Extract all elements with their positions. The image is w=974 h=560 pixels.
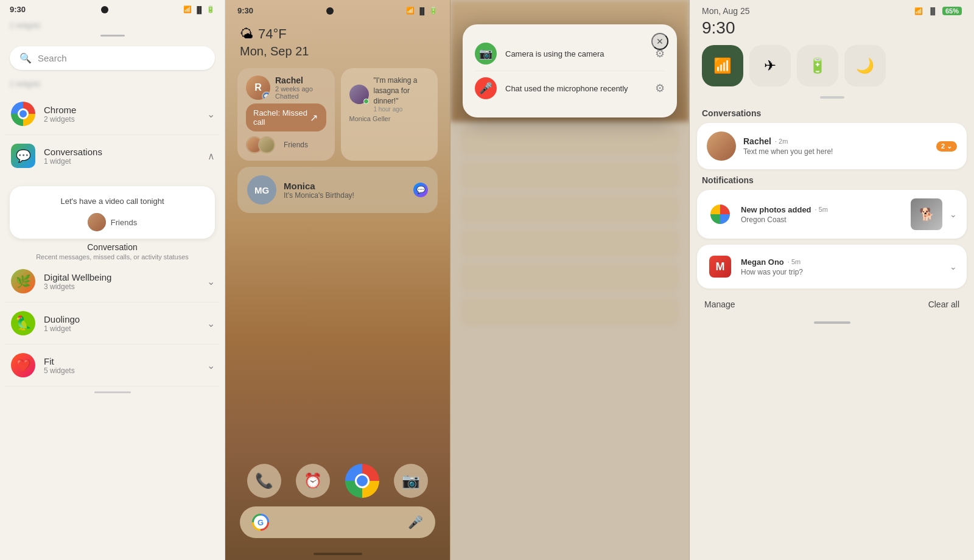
home-content: 9:30 📶 ▐▌ 🔋 🌤 74°F Mon, Sep 21 R xyxy=(225,0,450,560)
conv-group-name: Friends xyxy=(111,218,137,227)
chrome-chevron[interactable]: ⌄ xyxy=(207,108,215,120)
camera-privacy-text: Camera is using the camera xyxy=(505,49,646,58)
qs-wifi-button[interactable]: 📶 xyxy=(702,45,743,86)
duolingo-name: Duolingo xyxy=(44,314,207,324)
photos-expand-icon[interactable]: ⌄ xyxy=(950,209,957,219)
app-row-chrome[interactable]: Chrome 2 widgets ⌄ xyxy=(5,93,220,135)
lasagna-header: "I'm making a lasagna for dinner!" 1 hou… xyxy=(349,75,430,113)
monica-name: Monica xyxy=(284,181,406,191)
duolingo-chevron[interactable]: ⌄ xyxy=(207,318,215,329)
home-indicator xyxy=(314,553,362,555)
privacy-camera-row: 📷 Camera is using the camera ⚙ xyxy=(475,37,665,71)
weather-icon: 🌤 xyxy=(240,26,253,42)
clock-dock-icon[interactable]: ⏰ xyxy=(296,464,330,498)
conv-widget-label: Conversation xyxy=(10,242,215,252)
digitalwellbeing-info: Digital Wellbeing 3 widgets xyxy=(44,272,207,291)
duolingo-icon: 🦜 xyxy=(10,310,37,337)
app-row-conversations[interactable]: 💬 Conversations 1 widget ∧ xyxy=(5,135,220,177)
google-g-circle: G xyxy=(252,514,269,531)
weather-temp: 74°F xyxy=(258,26,287,42)
notifications-section-title: Notifications xyxy=(690,175,974,190)
privacy-close-button[interactable]: ✕ xyxy=(651,33,668,50)
conv-notif-time: · 2m xyxy=(775,138,788,145)
notif-time: 9:30 xyxy=(690,18,974,45)
notif-date: Mon, Aug 25 xyxy=(702,6,750,16)
lasagna-text: "I'm making a lasagna for dinner!" xyxy=(374,75,430,106)
conversations-chevron[interactable]: ∧ xyxy=(208,150,215,162)
qs-airplane-button[interactable]: ✈ xyxy=(749,45,791,86)
conversations-widgets: 1 widget xyxy=(44,157,208,166)
weather-row: 🌤 74°F xyxy=(225,21,450,43)
conversations-app-icon: 💬 xyxy=(10,142,37,169)
gmail-desc: How was your trip? xyxy=(741,268,942,276)
qs-battery-button[interactable]: 🔋 xyxy=(797,45,838,86)
chrome-widgets: 2 widgets xyxy=(44,115,207,124)
notif-card-gmail[interactable]: M Megan Ono · 5m How was your trip? ⌄ xyxy=(697,245,967,289)
app-row-duolingo[interactable]: 🦜 Duolingo 1 widget ⌄ xyxy=(5,303,220,345)
rachel-card-header: R 💬 Rachel 2 weeks ago Chatted xyxy=(246,75,326,100)
phone-dock-icon[interactable]: 📞 xyxy=(247,464,281,498)
conv-friends-row: Friends xyxy=(22,213,203,231)
conversations-info: Conversations 1 widget xyxy=(44,147,208,166)
home-widgets: R 💬 Rachel 2 weeks ago Chatted Rachel: M… xyxy=(225,68,450,454)
rachel-info: Rachel 2 weeks ago Chatted xyxy=(275,75,326,100)
duolingo-widgets: 1 widget xyxy=(44,324,207,333)
notif-signal-icon: ▐▌ xyxy=(928,7,937,15)
status-time-p1: 9:30 xyxy=(10,5,26,14)
gmail-time: · 5m xyxy=(788,258,801,265)
gmail-sender-name: Megan Ono xyxy=(741,257,784,267)
rachel-card[interactable]: R 💬 Rachel 2 weeks ago Chatted Rachel: M… xyxy=(237,68,335,161)
home-date: Mon, Sep 21 xyxy=(225,43,450,68)
chrome-info: Chrome 2 widgets xyxy=(44,105,207,124)
qs-night-button[interactable]: 🌙 xyxy=(844,45,886,86)
fit-chevron[interactable]: ⌄ xyxy=(207,360,215,371)
conv-notif-info: Rachel · 2m Text me when you get here! xyxy=(743,136,929,156)
friend-av-2 xyxy=(258,136,275,153)
monica-birthday-card[interactable]: MG Monica It's Monica's Birthday! 💬 xyxy=(237,167,438,213)
dw-name: Digital Wellbeing xyxy=(44,272,207,282)
search-bar[interactable]: 🔍 Search xyxy=(10,46,215,70)
chrome-dock-icon[interactable] xyxy=(345,464,379,498)
message-badge: 💬 xyxy=(262,91,270,100)
photos-time: · 5m xyxy=(815,206,828,213)
qs-night-icon: 🌙 xyxy=(856,57,874,74)
conv-widget-preview: Let's have a video call tonight Friends xyxy=(10,186,215,239)
clear-all-button[interactable]: Clear all xyxy=(928,299,959,309)
fit-icon: ❤️ xyxy=(10,352,37,379)
app-row-fit[interactable]: ❤️ Fit 5 widgets ⌄ xyxy=(5,345,220,387)
google-search-bar[interactable]: G 🎤 xyxy=(240,506,435,538)
mic-privacy-icon: 🎤 xyxy=(475,77,497,99)
mg-avatar: MG xyxy=(247,175,276,205)
mic-settings-icon[interactable]: ⚙ xyxy=(655,82,665,95)
rachel-avatar: R 💬 xyxy=(246,75,270,100)
conv-widget-desc: Recent messages, missed calls, or activi… xyxy=(10,253,215,261)
badge-count: 2 xyxy=(941,142,945,150)
conv-notif-name-row: Rachel · 2m xyxy=(743,136,929,146)
chrome-inner xyxy=(355,474,370,488)
messages-badge: 2 ⌄ xyxy=(936,141,957,152)
camera-dot-p1 xyxy=(101,6,108,13)
privacy-dialog: ✕ 📷 Camera is using the camera ⚙ 🎤 Chat … xyxy=(463,24,677,117)
duolingo-info: Duolingo 1 widget xyxy=(44,314,207,333)
dw-chevron[interactable]: ⌄ xyxy=(207,276,215,287)
photos-app-name: New photos added xyxy=(741,205,811,214)
conv-notif-card-rachel[interactable]: Rachel · 2m Text me when you get here! 2… xyxy=(697,123,967,169)
dock-area: 📞 ⏰ 📷 G 🎤 xyxy=(225,454,450,548)
gmail-expand-icon[interactable]: ⌄ xyxy=(950,262,957,271)
missed-call-badge[interactable]: Rachel: Missed call ↗ xyxy=(246,103,326,131)
camera-dock-icon[interactable]: 📷 xyxy=(394,464,428,498)
photos-name-row: New photos added · 5m xyxy=(741,205,903,214)
mic-icon[interactable]: 🎤 xyxy=(408,515,423,530)
camera-privacy-icon: 📷 xyxy=(475,43,497,65)
friends-row: Friends xyxy=(246,136,326,153)
manage-button[interactable]: Manage xyxy=(704,299,735,309)
lasagna-card[interactable]: "I'm making a lasagna for dinner!" 1 hou… xyxy=(341,68,438,161)
oregon-coast-thumbnail: 🐕 xyxy=(911,198,942,230)
search-icon: 🔍 xyxy=(19,52,32,64)
blurred-top-item: 2 widgets xyxy=(0,19,225,35)
photos-notif-info: New photos added · 5m Oregon Coast xyxy=(741,205,903,224)
dock-icons: 📞 ⏰ 📷 xyxy=(240,464,435,498)
notif-card-photos[interactable]: New photos added · 5m Oregon Coast 🐕 ⌄ xyxy=(697,190,967,239)
app-row-digitalwellbeing[interactable]: 🌿 Digital Wellbeing 3 widgets ⌄ xyxy=(5,261,220,303)
lasagna-time: 1 hour ago xyxy=(374,106,430,113)
